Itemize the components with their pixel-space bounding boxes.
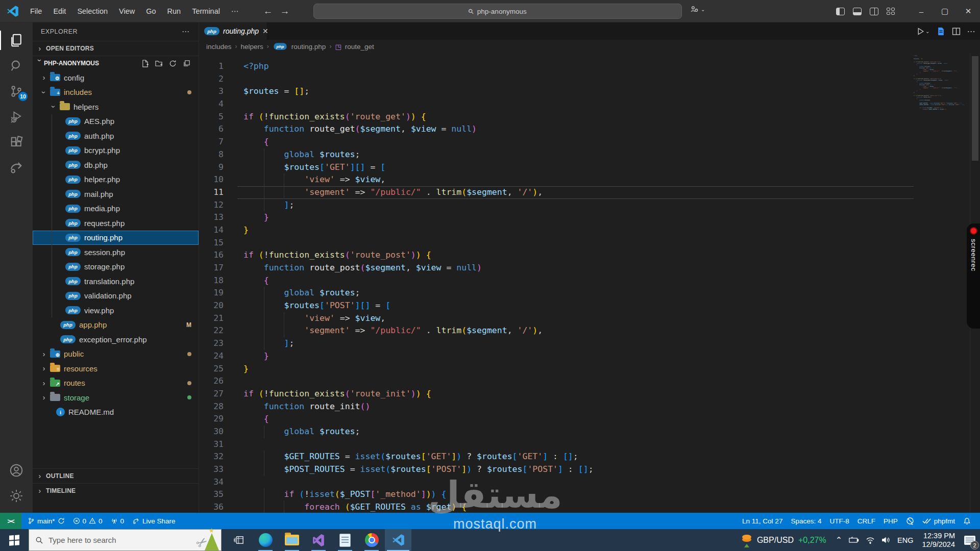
tab-routing-php[interactable]: php routing.php ✕	[199, 22, 266, 40]
tree-item-config[interactable]: ›⚙config	[33, 70, 199, 85]
cursor-position-status[interactable]: Ln 11, Col 27	[738, 513, 787, 529]
code-line-21[interactable]: 'view' => $view,	[237, 312, 914, 325]
taskbar-app-visual-studio[interactable]	[305, 529, 332, 551]
remote-indicator[interactable]: ><	[0, 513, 21, 529]
connection-blocked-status[interactable]	[902, 513, 918, 529]
tree-item-media-php[interactable]: phpmedia.php	[33, 202, 199, 216]
code-line-12[interactable]: ];	[237, 199, 914, 212]
code-line-9[interactable]: $routes['GET'][] = [	[237, 161, 914, 174]
code-line-31[interactable]	[237, 438, 914, 451]
code-line-28[interactable]: function route_init()	[237, 400, 914, 413]
code-line-11[interactable]: 'segment' => "/public/" . ltrim($segment…	[237, 186, 914, 199]
code-line-14[interactable]: }	[237, 224, 914, 237]
code-line-36[interactable]: foreach ($GET_ROUTES as $rget) {	[237, 501, 914, 513]
tree-item-auth-php[interactable]: phpauth.php	[33, 129, 199, 143]
wifi-icon[interactable]	[866, 537, 875, 544]
code-line-13[interactable]: }	[237, 211, 914, 224]
code-line-2[interactable]	[237, 73, 914, 86]
menu-selection[interactable]: Selection	[71, 4, 113, 18]
split-editor-icon[interactable]	[952, 27, 961, 36]
language-mode-status[interactable]: PHP	[879, 513, 902, 529]
new-file-icon[interactable]	[141, 60, 149, 67]
code-line-15[interactable]	[237, 237, 914, 249]
accounts-icon[interactable]	[0, 458, 33, 483]
tree-item-translation-php[interactable]: phptranslation.php	[33, 274, 199, 289]
code-line-6[interactable]: function route_get($segment, $view = nul…	[237, 123, 914, 136]
explorer-icon[interactable]	[0, 28, 33, 53]
timeline-section[interactable]: › TIMELINE	[33, 483, 199, 498]
code-line-4[interactable]	[237, 98, 914, 111]
ports-status[interactable]: 0	[107, 513, 129, 529]
taskbar-app-edge[interactable]	[252, 529, 279, 551]
taskbar-app-file-explorer[interactable]	[279, 529, 305, 551]
code-line-16[interactable]: if (!function_exists('route_post')) {	[237, 249, 914, 262]
taskbar-search[interactable]: Type here to search ✂	[29, 529, 222, 551]
tree-item-app-php[interactable]: phpapp.phpM	[33, 318, 199, 333]
encoding-status[interactable]: UTF-8	[825, 513, 853, 529]
refresh-icon[interactable]	[169, 60, 177, 67]
code-line-23[interactable]: ];	[237, 337, 914, 350]
code-line-32[interactable]: $GET_ROUTES = isset($routes['GET']) ? $r…	[237, 450, 914, 463]
battery-icon[interactable]	[849, 537, 859, 543]
code-line-26[interactable]	[237, 375, 914, 388]
collapse-folders-icon[interactable]	[183, 60, 190, 67]
tree-item-validation-php[interactable]: phpvalidation.php	[33, 289, 199, 304]
code-line-34[interactable]	[237, 476, 914, 489]
code-editor[interactable]: 1234567891011121314151617181920212223242…	[199, 53, 914, 513]
eol-status[interactable]: CRLF	[853, 513, 879, 529]
tree-item-view-php[interactable]: phpview.php	[33, 303, 199, 318]
code-line-30[interactable]: global $routes;	[237, 425, 914, 438]
tray-expand-chevron[interactable]: ⌃	[836, 535, 842, 545]
tree-item-session-php[interactable]: phpsession.php	[33, 245, 199, 260]
tree-item-exception-error-php[interactable]: phpexception_error.php	[33, 332, 199, 347]
run-dropdown-chevron-icon[interactable]: ⌄	[925, 29, 929, 34]
problems-status[interactable]: 0 0	[69, 513, 107, 529]
taskbar-clock[interactable]: 12:39 PM 12/9/2024	[917, 532, 960, 549]
menu-file[interactable]: File	[24, 4, 47, 18]
notifications-status[interactable]	[959, 513, 975, 529]
menu-run[interactable]: Run	[162, 4, 187, 18]
close-button[interactable]: ✕	[957, 0, 980, 22]
code-line-3[interactable]: $routes = [];	[237, 85, 914, 98]
tree-item-aes-php[interactable]: phpAES.php	[33, 114, 199, 129]
code-line-17[interactable]: function route_post($segment, $view = nu…	[237, 262, 914, 274]
customize-layout-icon[interactable]	[887, 8, 895, 15]
code-line-7[interactable]: {	[237, 136, 914, 148]
tree-item-storage[interactable]: ›storage	[33, 390, 199, 405]
tree-item-storage-php[interactable]: phpstorage.php	[33, 260, 199, 274]
command-center-search[interactable]: ⚲ php-anonymous	[313, 4, 682, 19]
code-line-24[interactable]: }	[237, 350, 914, 363]
forward-button[interactable]: →	[280, 6, 289, 17]
tree-item-public[interactable]: ›⊕public	[33, 347, 199, 362]
code-line-10[interactable]: 'view' => $view,	[237, 173, 914, 186]
code-line-29[interactable]: {	[237, 413, 914, 425]
menu-view[interactable]: View	[113, 4, 140, 18]
code-line-18[interactable]: {	[237, 274, 914, 287]
code-line-35[interactable]: if (!isset($_POST['_method'])) {	[237, 488, 914, 501]
search-sidebar-icon[interactable]	[0, 53, 33, 79]
forex-ticker[interactable]: GBP/USD +0,27%	[736, 535, 831, 546]
code-line-5[interactable]: if (!function_exists('route_get')) {	[237, 111, 914, 123]
new-folder-icon[interactable]	[155, 60, 163, 67]
taskbar-app-vscode[interactable]	[385, 529, 411, 551]
start-button[interactable]	[0, 529, 29, 551]
tree-item-request-php[interactable]: phprequest.php	[33, 216, 199, 231]
speaker-icon[interactable]	[881, 536, 891, 544]
git-branch-status[interactable]: main*	[23, 513, 69, 529]
tree-item-resources[interactable]: ›≡resources	[33, 361, 199, 376]
toggle-panel-icon[interactable]	[853, 8, 862, 15]
editor-more-actions-icon[interactable]: ⋯	[967, 27, 976, 36]
back-button[interactable]: ←	[263, 6, 273, 17]
code-line-33[interactable]: $POST_ROUTES = isset($routes['POST']) ? …	[237, 463, 914, 476]
breadcrumb-item[interactable]: helpers	[241, 43, 263, 51]
breadcrumb-item[interactable]: includes	[206, 43, 232, 51]
outline-section[interactable]: › OUTLINE	[33, 468, 199, 483]
menu-edit[interactable]: Edit	[47, 4, 71, 18]
restore-button[interactable]: ▢	[933, 0, 957, 22]
tree-item-helper-php[interactable]: phphelper.php	[33, 172, 199, 187]
indentation-status[interactable]: Spaces: 4	[787, 513, 825, 529]
source-control-icon[interactable]: 10	[0, 79, 33, 104]
code-line-25[interactable]: }	[237, 363, 914, 375]
taskbar-app-chrome[interactable]	[358, 529, 385, 551]
tree-item-includes[interactable]: ›+includes	[33, 85, 199, 100]
